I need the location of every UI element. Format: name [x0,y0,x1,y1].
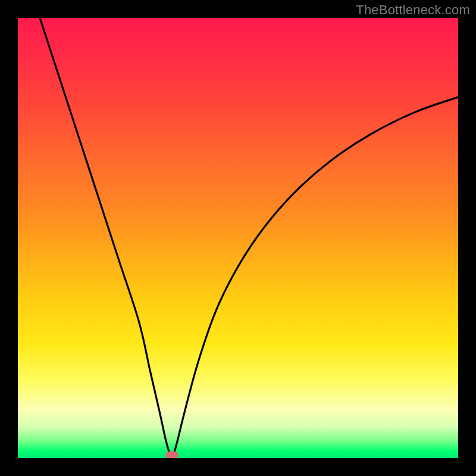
chart-frame: TheBottleneck.com [0,0,476,476]
curve-layer [18,18,458,458]
plot-area [18,18,458,458]
optimal-point-marker [165,451,178,458]
bottleneck-curve [40,18,458,458]
watermark-text: TheBottleneck.com [356,2,470,18]
plot-inner [18,18,458,458]
